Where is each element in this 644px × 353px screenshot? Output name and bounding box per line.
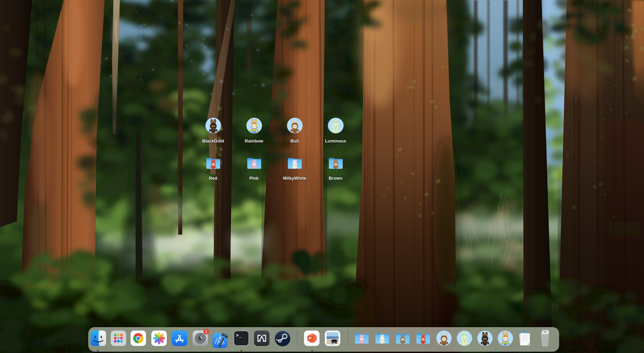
svg-text:>_: >_ [236,333,242,338]
svg-text:P: P [309,336,311,341]
